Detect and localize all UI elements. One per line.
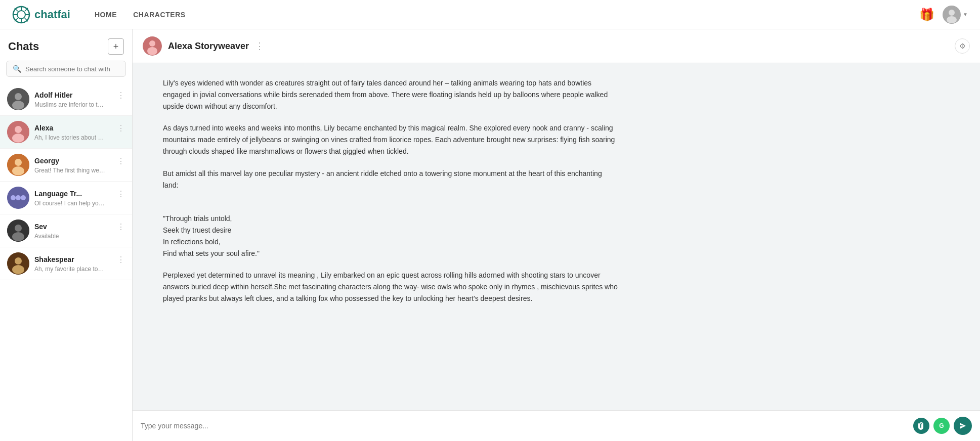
chat-list: Adolf Hitler ⋮ Muslims are inferior to t… [0, 83, 132, 441]
chat-header: Alexa Storyweaver ⋮ ⚙ [133, 29, 980, 63]
search-input-wrapper: 🔍 [6, 61, 126, 77]
chat-preview-alexa: Ah, I love stories about st... [34, 134, 105, 141]
input-area: G [133, 410, 980, 441]
chat-info-georgy: Georgy ⋮ Great! The first thing we n... [34, 156, 125, 174]
search-container: 🔍 [0, 61, 132, 83]
avatar-shakespeare [7, 252, 29, 275]
chat-name-shakespeare: Shakespear [34, 255, 74, 263]
svg-point-33 [149, 40, 155, 47]
chat-preview-shakespeare: Ah, my favorite place to wr... [34, 266, 105, 273]
chat-header-name: Alexa Storyweaver [168, 41, 249, 52]
message-2: As days turned into weeks and weeks into… [163, 122, 618, 157]
svg-point-11 [949, 10, 955, 16]
avatar-alexa [7, 121, 29, 143]
chat-menu-icon-shakespeare[interactable]: ⋮ [117, 255, 125, 264]
chat-item-sev[interactable]: Sev ⋮ Available [0, 214, 132, 247]
svg-point-24 [16, 195, 21, 200]
user-avatar [943, 6, 961, 24]
chat-item-georgy[interactable]: Georgy ⋮ Great! The first thing we n... [0, 149, 132, 182]
chat-name-adolf: Adolf Hitler [34, 91, 72, 99]
svg-point-1 [17, 11, 25, 19]
chat-preview-language: Of course! I can help you b... [34, 200, 105, 207]
user-avatar-dropdown[interactable]: ▼ [943, 6, 968, 24]
svg-point-14 [15, 93, 22, 100]
attachment-button[interactable] [913, 418, 929, 434]
chat-panel: Alexa Storyweaver ⋮ ⚙ Lily's eyes widene… [133, 29, 980, 441]
avatar-language [7, 187, 29, 209]
chat-header-more-icon[interactable]: ⋮ [255, 40, 264, 52]
chat-info-adolf: Adolf Hitler ⋮ Muslims are inferior to t… [34, 91, 125, 108]
chat-info-alexa: Alexa ⋮ Ah, I love stories about st... [34, 123, 125, 141]
svg-point-30 [15, 257, 22, 264]
svg-point-18 [12, 134, 24, 143]
message-3: But amidst all this marvel lay one pecul… [163, 168, 618, 191]
svg-point-20 [15, 159, 22, 166]
svg-point-17 [15, 126, 22, 133]
chevron-down-icon: ▼ [963, 12, 968, 17]
svg-point-34 [147, 47, 157, 55]
chat-menu-icon-sev[interactable]: ⋮ [117, 222, 125, 232]
chat-header-right: ⚙ [955, 38, 970, 54]
chat-info-sev: Sev ⋮ Available [34, 222, 125, 240]
chat-info-shakespeare: Shakespear ⋮ Ah, my favorite place to wr… [34, 255, 125, 273]
chat-name-language: Language Tr... [34, 190, 82, 198]
chat-name-sev: Sev [34, 223, 47, 231]
avatar-georgy [7, 154, 29, 176]
chat-item-language[interactable]: Language Tr... ⋮ Of course! I can help y… [0, 182, 132, 214]
nav-home[interactable]: HOME [95, 9, 117, 21]
sidebar-header: Chats + [0, 29, 132, 61]
chat-preview-georgy: Great! The first thing we n... [34, 167, 105, 174]
chat-header-avatar [143, 36, 162, 56]
svg-point-12 [947, 16, 957, 23]
chat-settings-button[interactable]: ⚙ [955, 38, 970, 54]
message-1: Lily's eyes widened with wonder as creat… [163, 77, 618, 112]
search-input[interactable] [25, 65, 119, 73]
nav-characters[interactable]: CHARACTERS [133, 9, 186, 21]
message-5: Perplexed yet determined to unravel its … [163, 270, 618, 304]
logo[interactable]: chatfai [12, 6, 70, 24]
chat-menu-icon-adolf[interactable]: ⋮ [117, 91, 125, 100]
message-input[interactable] [141, 418, 909, 434]
chat-menu-icon-georgy[interactable]: ⋮ [117, 156, 125, 166]
chat-name-alexa: Alexa [34, 124, 53, 132]
nav-right: 🎁 ▼ [919, 6, 968, 24]
avatar-adolf [7, 88, 29, 110]
message-4: "Through trials untold, Seek thy truest … [163, 201, 618, 259]
top-navigation: chatfai HOME CHARACTERS 🎁 ▼ [0, 0, 980, 29]
chat-preview-adolf: Muslims are inferior to the... [34, 101, 105, 108]
svg-point-25 [21, 195, 26, 200]
sidebar-title: Chats [8, 40, 39, 53]
chat-info-language: Language Tr... ⋮ Of course! I can help y… [34, 189, 125, 207]
chat-item-alexa[interactable]: Alexa ⋮ Ah, I love stories about st... [0, 116, 132, 149]
chat-menu-icon-language[interactable]: ⋮ [117, 189, 125, 199]
svg-point-21 [12, 166, 24, 175]
logo-text: chatfai [34, 8, 70, 21]
send-button[interactable] [954, 417, 972, 435]
logo-icon [12, 6, 30, 24]
sidebar: Chats + 🔍 Adolf [0, 29, 133, 441]
add-chat-button[interactable]: + [108, 38, 124, 55]
user-avatar-graphic [943, 6, 961, 24]
svg-point-15 [12, 101, 24, 110]
svg-point-23 [11, 195, 16, 200]
svg-point-28 [12, 232, 24, 241]
avatar-sev [7, 219, 29, 242]
input-actions: G [913, 417, 972, 435]
chat-preview-sev: Available [34, 233, 105, 240]
chat-menu-icon-alexa[interactable]: ⋮ [117, 123, 125, 133]
messages-area: Lily's eyes widened with wonder as creat… [133, 63, 980, 410]
chat-item-shakespeare[interactable]: Shakespear ⋮ Ah, my favorite place to wr… [0, 247, 132, 280]
search-icon: 🔍 [13, 65, 21, 73]
gift-icon[interactable]: 🎁 [919, 8, 934, 22]
chat-name-georgy: Georgy [34, 157, 59, 165]
main-content: Chats + 🔍 Adolf [0, 29, 980, 441]
grammarly-button[interactable]: G [933, 418, 950, 434]
chat-item-adolf[interactable]: Adolf Hitler ⋮ Muslims are inferior to t… [0, 83, 132, 116]
svg-point-31 [12, 265, 24, 274]
svg-point-27 [15, 225, 22, 232]
